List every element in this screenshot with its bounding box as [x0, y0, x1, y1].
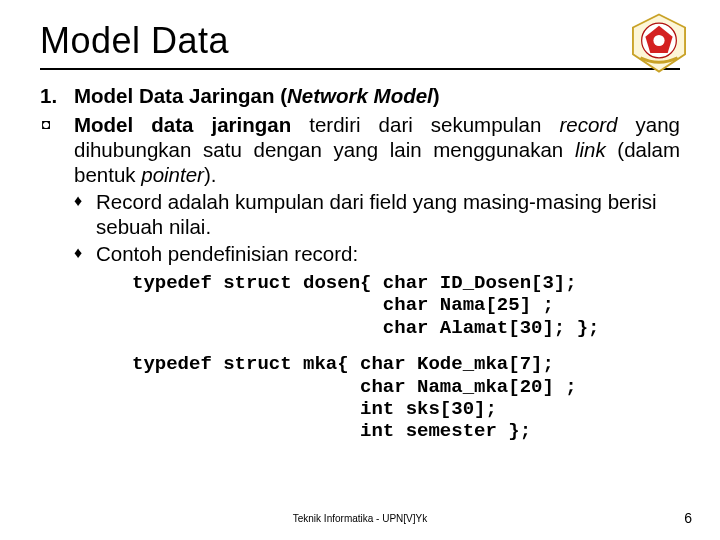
- list-item-1: 1. Model Data Jaringan (Network Model): [40, 84, 680, 108]
- list-item-1-text: Model Data Jaringan (Network Model): [74, 84, 440, 108]
- body-paragraph: Model data jaringan terdiri dari sekumpu…: [74, 112, 680, 187]
- sub-item-1: ♦ Record adalah kumpulan dari field yang…: [74, 189, 680, 239]
- page-number: 6: [684, 510, 692, 526]
- square-bullet-icon: ◘: [40, 112, 74, 443]
- title-rule: [40, 68, 680, 70]
- code-block-2: typedef struct mka{ char Kode_mka[7]; ch…: [74, 353, 680, 443]
- slide-content: Model Data 1. Model Data Jaringan (Netwo…: [0, 0, 720, 443]
- footer-text: Teknik Informatika - UPN[V]Yk: [0, 513, 720, 524]
- list-number: 1.: [40, 84, 74, 108]
- list-item-body: ◘ Model data jaringan terdiri dari sekum…: [40, 112, 680, 443]
- diamond-bullet-icon: ♦: [74, 189, 96, 239]
- sub-item-1-text: Record adalah kumpulan dari field yang m…: [96, 189, 680, 239]
- slide-title: Model Data: [40, 20, 680, 62]
- sub-item-2-text: Contoh pendefinisian record:: [96, 241, 358, 266]
- institution-logo: [628, 12, 690, 74]
- sub-item-2: ♦ Contoh pendefinisian record:: [74, 241, 680, 266]
- diamond-bullet-icon: ♦: [74, 241, 96, 266]
- svg-point-3: [653, 35, 664, 46]
- code-block-1: typedef struct dosen{ char ID_Dosen[3]; …: [74, 272, 680, 339]
